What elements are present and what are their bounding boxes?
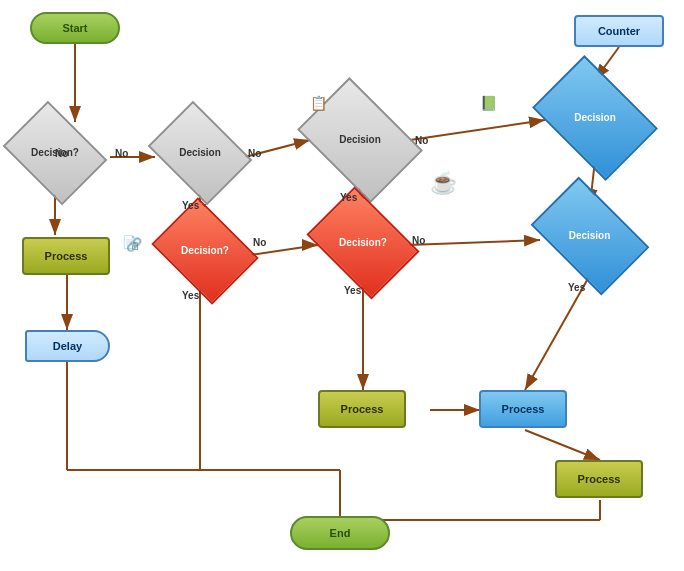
process4-node: Process — [555, 460, 643, 498]
doc-icon1: 📋 — [310, 95, 327, 111]
svg-line-13 — [408, 240, 540, 245]
label-yes5: Yes — [182, 290, 199, 301]
start-node: Start — [30, 12, 120, 44]
svg-line-20 — [525, 430, 600, 460]
label-no5: No — [253, 237, 266, 248]
label-yes3: Yes — [340, 192, 357, 203]
doc-icon2: 📗 — [480, 95, 497, 111]
svg-line-6 — [410, 120, 545, 140]
link-icon: 🔗 — [126, 237, 142, 252]
label-yes7: Yes — [568, 282, 585, 293]
label-no4: No — [415, 135, 428, 146]
dec6-node: Decision? — [315, 207, 411, 279]
counter-node: Counter — [574, 15, 664, 47]
process2-node: Process — [318, 390, 406, 428]
label-no6: No — [412, 235, 425, 246]
process3-node: Process — [479, 390, 567, 428]
label-no3: No — [248, 148, 261, 159]
label-yes6: Yes — [344, 285, 361, 296]
dec3-node: Decision — [305, 100, 415, 180]
label-yes2: Yes — [182, 200, 199, 211]
dec5-node: Decision? — [160, 215, 250, 287]
end-node: End — [290, 516, 390, 550]
coffee-icon: ☕ — [430, 170, 457, 196]
dec4-node: Decision — [540, 78, 650, 158]
process1-node: Process — [22, 237, 110, 275]
label-no1: No — [115, 148, 128, 159]
dec1-node: Decision? — [10, 118, 100, 188]
dec2-node: Decision — [155, 118, 245, 188]
delay-node: Delay — [25, 330, 110, 362]
dec7-node: Decision — [537, 200, 642, 272]
